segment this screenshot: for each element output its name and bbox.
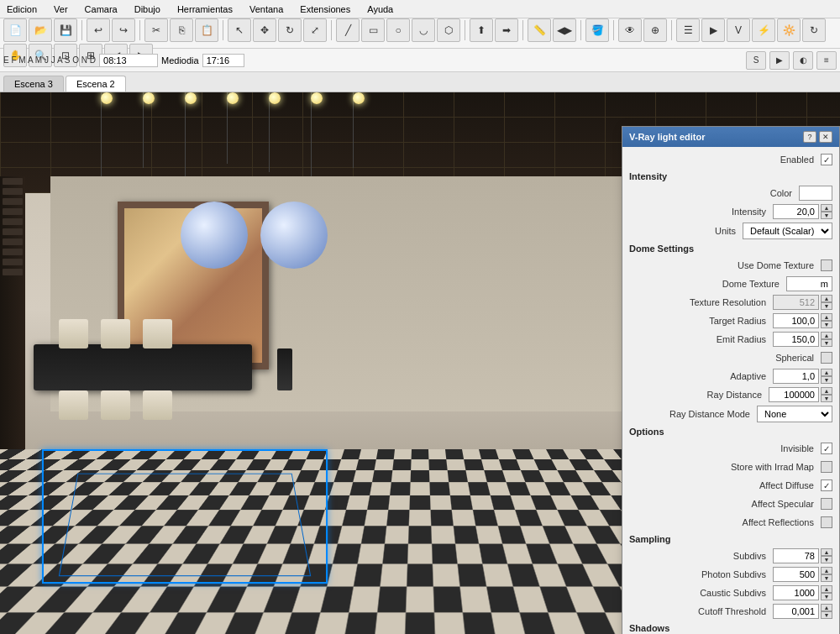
caustic-subdivs-input[interactable] (773, 585, 819, 600)
units-dropdown[interactable]: Default (Scalar) (743, 223, 832, 239)
tab-escena3[interactable]: Escena 3 (3, 76, 64, 92)
walk-button[interactable]: 👁 (618, 18, 642, 42)
tables-area (17, 344, 437, 428)
fog-button[interactable]: ≡ (816, 51, 837, 70)
shadows-button[interactable]: ◐ (793, 51, 813, 70)
select-button[interactable]: ↖ (228, 18, 251, 42)
menu-camara[interactable]: Camara (81, 3, 121, 16)
caustic-subdivs-up[interactable]: ▲ (821, 585, 832, 593)
caustic-subdivs-down[interactable]: ▼ (821, 593, 832, 600)
menu-ver[interactable]: Ver (50, 3, 71, 16)
dialog-help-button[interactable]: ? (803, 131, 816, 143)
vray3-button[interactable]: 🔆 (777, 18, 801, 42)
scale-button[interactable]: ⤢ (303, 18, 327, 42)
cut-button[interactable]: ✂ (144, 18, 168, 42)
menu-ventana[interactable]: Ventana (246, 3, 286, 16)
emit-radius-up[interactable]: ▲ (821, 332, 832, 339)
ray-distance-mode-dropdown[interactable]: None (757, 406, 832, 422)
look-button[interactable]: ⊕ (643, 18, 667, 42)
units-label: Units (629, 226, 743, 236)
polygon-button[interactable]: ⬡ (437, 18, 460, 42)
dialog-close-button[interactable]: ✕ (819, 131, 832, 143)
section-button[interactable]: ☰ (676, 18, 700, 42)
dialog-titlebar[interactable]: V-Ray light editor ? ✕ (622, 127, 839, 147)
cutoff-down[interactable]: ▼ (821, 611, 832, 619)
arc-button[interactable]: ◡ (412, 18, 435, 42)
intensity-up[interactable]: ▲ (821, 204, 832, 212)
photon-subdivs-input[interactable] (773, 567, 819, 582)
color-swatch[interactable] (799, 186, 832, 201)
target-radius-down[interactable]: ▼ (821, 321, 832, 328)
follow-button[interactable]: ➡ (495, 18, 518, 42)
menu-extensiones[interactable]: Extensiones (297, 3, 354, 16)
subdivs-label: Subdivs (629, 551, 773, 561)
styles-button[interactable]: S (746, 51, 766, 70)
menu-ayuda[interactable]: Ayuda (364, 3, 396, 16)
time2-input[interactable] (202, 54, 244, 67)
subdivs-down[interactable]: ▼ (821, 556, 832, 563)
menu-edicion[interactable]: Edicion (3, 3, 40, 16)
move-button[interactable]: ✥ (253, 18, 276, 42)
redo-button[interactable]: ↪ (112, 18, 135, 42)
vray-button[interactable]: V (727, 18, 750, 42)
render-button[interactable]: ▶ (701, 18, 725, 42)
intensity-input[interactable] (773, 204, 819, 219)
target-radius-up[interactable]: ▲ (821, 313, 832, 321)
time1-input[interactable] (99, 54, 158, 67)
target-radius-input[interactable] (773, 313, 819, 328)
invisible-checkbox[interactable] (821, 443, 832, 454)
affect-diffuse-checkbox[interactable] (821, 479, 832, 491)
circle-button[interactable]: ○ (386, 18, 410, 42)
enabled-checkbox[interactable] (821, 154, 832, 165)
adaptive-up[interactable]: ▲ (821, 369, 832, 376)
ray-distance-down[interactable]: ▼ (821, 395, 832, 402)
period-label: Mediodia (161, 55, 199, 65)
open-button[interactable]: 📂 (29, 18, 52, 42)
photon-subdivs-up[interactable]: ▲ (821, 567, 832, 574)
texture-res-up[interactable]: ▲ (821, 295, 832, 302)
copy-button[interactable]: ⎘ (170, 18, 193, 42)
emit-radius-input[interactable] (773, 332, 819, 347)
affect-reflections-checkbox[interactable] (821, 516, 832, 528)
orbit-button[interactable]: ↻ (802, 18, 826, 42)
rect-button[interactable]: ▭ (361, 18, 385, 42)
adaptive-down[interactable]: ▼ (821, 376, 832, 384)
subdivs-input[interactable] (773, 548, 819, 563)
paste-button[interactable]: 📋 (195, 18, 218, 42)
intensity-down[interactable]: ▼ (821, 212, 832, 219)
push-button[interactable]: ⬆ (470, 18, 493, 42)
save-button[interactable]: 💾 (54, 18, 77, 42)
rotate-button[interactable]: ↻ (278, 18, 302, 42)
emit-radius-down[interactable]: ▼ (821, 339, 832, 347)
ray-distance-up[interactable]: ▲ (821, 387, 832, 395)
photon-subdivs-down[interactable]: ▼ (821, 574, 832, 582)
chair-top-1 (59, 319, 88, 348)
store-irrad-checkbox[interactable] (821, 461, 832, 473)
ray-distance-input[interactable] (769, 387, 819, 402)
texture-res-input[interactable] (773, 295, 819, 310)
use-dome-label: Use Dome Texture (629, 260, 821, 270)
dim-button[interactable]: ◀▶ (553, 18, 576, 42)
undo-button[interactable]: ↩ (87, 18, 110, 42)
tape-button[interactable]: 📏 (528, 18, 551, 42)
subdivs-up[interactable]: ▲ (821, 548, 832, 556)
texture-res-down[interactable]: ▼ (821, 302, 832, 310)
menu-herramientas[interactable]: Herramientas (174, 3, 236, 16)
vray2-button[interactable]: ⚡ (752, 18, 775, 42)
dome-texture-input[interactable] (786, 276, 832, 291)
dialog-content[interactable]: Enabled Intensity Color Intensity ▲ (622, 147, 839, 634)
cutoff-input[interactable] (773, 604, 819, 619)
affect-specular-checkbox[interactable] (821, 498, 832, 510)
adaptive-input[interactable] (773, 369, 819, 384)
new-button[interactable]: 📄 (3, 18, 27, 42)
paint-button[interactable]: 🪣 (585, 18, 609, 42)
use-dome-checkbox[interactable] (821, 259, 832, 271)
cutoff-up[interactable]: ▲ (821, 604, 832, 611)
tab-escena2[interactable]: Escena 2 (66, 76, 126, 92)
caustic-subdivs-spinner: ▲ ▼ (821, 585, 832, 600)
menu-dibujo[interactable]: Dibujo (131, 3, 164, 16)
scenes-button[interactable]: ▶ (769, 51, 790, 70)
line-button[interactable]: ╱ (336, 18, 360, 42)
spherical-checkbox[interactable] (821, 352, 832, 364)
selection-box[interactable] (42, 449, 328, 584)
